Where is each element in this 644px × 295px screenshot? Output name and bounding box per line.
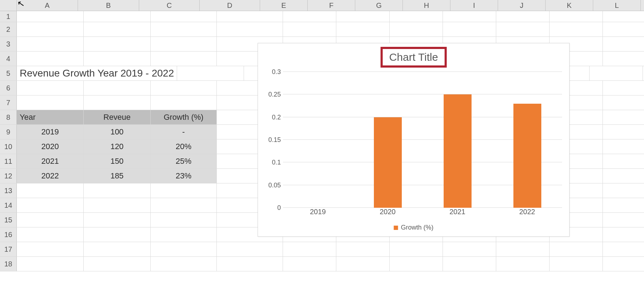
cell-F18[interactable]: [336, 257, 390, 271]
row-header-8[interactable]: 8: [0, 110, 17, 124]
cell-A16[interactable]: [17, 227, 84, 242]
cell-K4[interactable]: [603, 51, 644, 66]
cell-B14[interactable]: [84, 198, 151, 212]
row-header-11[interactable]: 11: [0, 154, 17, 168]
cell-C2[interactable]: [151, 22, 217, 36]
cell-A6[interactable]: [17, 81, 84, 95]
cell-H1[interactable]: [443, 11, 496, 22]
row-header-5[interactable]: 5: [0, 66, 17, 80]
row-header-7[interactable]: 7: [0, 95, 17, 110]
cell-H18[interactable]: [443, 257, 496, 271]
cell-B15[interactable]: [84, 213, 151, 227]
row-header-3[interactable]: 3: [0, 37, 17, 51]
column-header-G[interactable]: G: [355, 0, 403, 11]
row-header-17[interactable]: 17: [0, 242, 17, 256]
column-header-J[interactable]: J: [498, 0, 546, 11]
cell-B7[interactable]: [84, 95, 151, 110]
cell-D18[interactable]: [217, 257, 283, 271]
cell-G2[interactable]: [390, 22, 443, 36]
cell-E18[interactable]: [283, 257, 336, 271]
cell-A10[interactable]: 2020: [17, 139, 84, 154]
cell-B9[interactable]: 100: [84, 125, 151, 139]
cell-F17[interactable]: [336, 242, 390, 256]
cell-C14[interactable]: [151, 198, 217, 212]
cell-K16[interactable]: [603, 227, 644, 242]
cell-G18[interactable]: [390, 257, 443, 271]
column-header-E[interactable]: E: [260, 0, 308, 11]
row-header-16[interactable]: 16: [0, 227, 17, 242]
column-header-K[interactable]: K: [546, 0, 593, 11]
cell-K11[interactable]: [603, 154, 644, 168]
cell-B16[interactable]: [84, 227, 151, 242]
cell-C3[interactable]: [151, 37, 217, 51]
cell-B3[interactable]: [84, 37, 151, 51]
cell-E2[interactable]: [283, 22, 336, 36]
cell-B5[interactable]: [177, 66, 244, 80]
column-header-A[interactable]: A: [17, 0, 78, 11]
cell-C15[interactable]: [151, 213, 217, 227]
embedded-chart[interactable]: Chart Title 00.050.10.150.20.250.3 20192…: [258, 43, 570, 237]
cell-A2[interactable]: [17, 22, 84, 36]
cell-C16[interactable]: [151, 227, 217, 242]
cell-I18[interactable]: [496, 257, 550, 271]
cell-K18[interactable]: [603, 257, 644, 271]
bar-2022[interactable]: [513, 104, 541, 208]
select-all-corner[interactable]: [0, 0, 17, 11]
cell-J2[interactable]: [550, 22, 603, 36]
row-header-18[interactable]: 18: [0, 257, 17, 271]
bar-2020[interactable]: [374, 117, 402, 208]
cell-A1[interactable]: [17, 11, 84, 22]
row-header-10[interactable]: 10: [0, 139, 17, 154]
cell-B2[interactable]: [84, 22, 151, 36]
cell-C10[interactable]: 20%: [151, 139, 217, 154]
cell-A11[interactable]: 2021: [17, 154, 84, 168]
row-header-14[interactable]: 14: [0, 198, 17, 212]
cell-A18[interactable]: [17, 257, 84, 271]
cell-A15[interactable]: [17, 213, 84, 227]
cell-B11[interactable]: 150: [84, 154, 151, 168]
cell-A4[interactable]: [17, 51, 84, 66]
cell-H2[interactable]: [443, 22, 496, 36]
cell-K9[interactable]: [603, 125, 644, 139]
cell-B6[interactable]: [84, 81, 151, 95]
cell-C9[interactable]: -: [151, 125, 217, 139]
cell-A7[interactable]: [17, 95, 84, 110]
cell-J18[interactable]: [550, 257, 603, 271]
cell-K12[interactable]: [603, 169, 644, 183]
row-header-6[interactable]: 6: [0, 81, 17, 95]
cell-D17[interactable]: [217, 242, 283, 256]
bar-2021[interactable]: [444, 94, 472, 208]
cell-I2[interactable]: [496, 22, 550, 36]
column-header-D[interactable]: D: [200, 0, 260, 11]
cell-B4[interactable]: [84, 51, 151, 66]
cell-G1[interactable]: [390, 11, 443, 22]
cell-C1[interactable]: [151, 11, 217, 22]
cell-A13[interactable]: [17, 183, 84, 198]
cell-K15[interactable]: [603, 213, 644, 227]
cell-A12[interactable]: 2022: [17, 169, 84, 183]
cell-G17[interactable]: [390, 242, 443, 256]
column-header-H[interactable]: H: [403, 0, 450, 11]
cell-E1[interactable]: [283, 11, 336, 22]
row-header-15[interactable]: 15: [0, 213, 17, 227]
cell-C11[interactable]: 25%: [151, 154, 217, 168]
cell-J1[interactable]: [550, 11, 603, 22]
cell-F2[interactable]: [336, 22, 390, 36]
cell-B17[interactable]: [84, 242, 151, 256]
column-header-I[interactable]: I: [450, 0, 498, 11]
cell-I17[interactable]: [496, 242, 550, 256]
chart-title[interactable]: Chart Title: [389, 51, 438, 63]
cell-A9[interactable]: 2019: [17, 125, 84, 139]
cell-B13[interactable]: [84, 183, 151, 198]
cell-C12[interactable]: 23%: [151, 169, 217, 183]
cell-K17[interactable]: [603, 242, 644, 256]
cell-C7[interactable]: [151, 95, 217, 110]
cell-C13[interactable]: [151, 183, 217, 198]
row-header-2[interactable]: 2: [0, 22, 17, 36]
cell-B10[interactable]: 120: [84, 139, 151, 154]
cell-K10[interactable]: [603, 139, 644, 154]
cell-I5[interactable]: [590, 66, 643, 80]
cell-C6[interactable]: [151, 81, 217, 95]
cell-C8[interactable]: Growth (%): [151, 110, 217, 124]
cell-K1[interactable]: [603, 11, 644, 22]
